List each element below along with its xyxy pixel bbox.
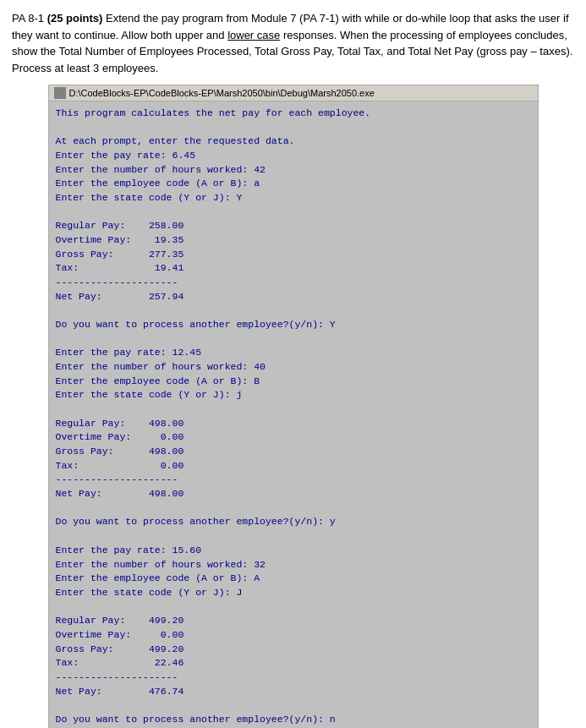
terminal-output: This program calculates the net pay for … — [56, 107, 531, 728]
problem-description: PA 8-1 (25 points) Extend the pay progra… — [12, 10, 574, 76]
title-bar-path: D:\CodeBlocks-EP\CodeBlocks-EP\Marsh2050… — [69, 88, 375, 98]
problem-points: (25 points) — [47, 12, 103, 25]
underline-text: lower case — [227, 29, 280, 41]
terminal-window: D:\CodeBlocks-EP\CodeBlocks-EP\Marsh2050… — [48, 85, 539, 728]
terminal-body: This program calculates the net pay for … — [49, 101, 538, 728]
problem-id: PA 8-1 — [12, 12, 44, 25]
title-bar-icon — [54, 87, 66, 99]
title-bar: D:\CodeBlocks-EP\CodeBlocks-EP\Marsh2050… — [49, 85, 538, 101]
